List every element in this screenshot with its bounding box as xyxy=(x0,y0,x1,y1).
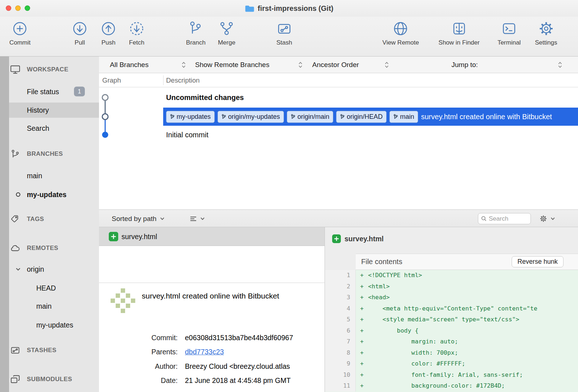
branch-badge[interactable]: my-updates xyxy=(166,111,215,123)
sidebar-section-workspace[interactable]: WORKSPACE xyxy=(0,62,99,77)
remote-origin-label: origin xyxy=(27,262,44,276)
pull-button[interactable]: Pull xyxy=(71,20,88,46)
popup-stepper-icon xyxy=(384,61,389,68)
line-number: 3 xyxy=(325,292,356,303)
date-value: 21 June 2018 at 4:45:48 pm GMT xyxy=(185,376,325,385)
diff-view: 1 + <!DOCTYPE html> 2 + <html> 3 + <head… xyxy=(325,270,578,392)
sidebar-section-branches[interactable]: BRANCHES xyxy=(0,147,99,161)
line-code: margin: auto; xyxy=(368,336,578,347)
show-in-finder-label: Show in Finder xyxy=(438,39,479,46)
view-remote-button[interactable]: View Remote xyxy=(383,20,419,46)
sidebar-section-tags[interactable]: TAGS xyxy=(0,212,99,226)
column-header-graph[interactable]: Graph xyxy=(102,73,121,87)
branch-badge-label: origin/my-updates xyxy=(228,113,280,121)
column-header-description[interactable]: Description xyxy=(166,73,200,87)
sort-by-path-dropdown[interactable]: Sorted by path xyxy=(112,210,165,228)
branches-icon xyxy=(10,149,20,159)
pull-icon xyxy=(71,20,88,37)
sidebar-remote-origin[interactable]: origin xyxy=(0,262,99,276)
line-number: 4 xyxy=(325,303,356,314)
chevron-down-icon xyxy=(160,217,165,220)
sidebar-remote-head[interactable]: HEAD xyxy=(0,281,99,295)
history-row-initial[interactable]: Initial commit xyxy=(166,126,209,144)
history-row-uncommitted[interactable]: Uncommitted changes xyxy=(166,87,244,108)
file-status-label: File status xyxy=(27,84,59,99)
push-button[interactable]: Push xyxy=(100,20,117,46)
added-line-marker: + xyxy=(356,358,368,370)
file-search-box[interactable] xyxy=(478,213,531,224)
line-number: 7 xyxy=(325,336,356,347)
sidebar-branch-main[interactable]: main xyxy=(0,168,99,183)
merge-button[interactable]: Merge xyxy=(218,20,235,46)
diff-line: 9 + color: #FFFFFF; xyxy=(325,358,578,370)
history-row-selected[interactable]: my-updates origin/my-updates origin/main xyxy=(163,108,578,126)
sidebar-item-file-status[interactable]: File status 1 xyxy=(0,84,99,99)
sort-by-path-label: Sorted by path xyxy=(112,215,157,223)
branch-icon xyxy=(291,114,295,120)
line-code: body { xyxy=(368,325,578,337)
stash-button[interactable]: Stash xyxy=(276,20,293,46)
pull-label: Pull xyxy=(75,39,85,46)
parent-commit-link[interactable]: dbd7733c23 xyxy=(185,348,224,356)
remote-branches-value: Show Remote Branches xyxy=(195,61,269,69)
added-line-marker: + xyxy=(356,270,368,281)
stashes-section-label: STASHES xyxy=(27,343,57,358)
line-code: color: #FFFFFF; xyxy=(368,358,578,370)
workspace-icon xyxy=(10,65,20,74)
details-divider xyxy=(99,283,325,283)
popup-stepper-icon xyxy=(558,61,562,68)
branch-label: Branch xyxy=(186,39,206,46)
author-label: Author: xyxy=(99,362,178,371)
submodules-section-label: SUBMODULES xyxy=(27,372,72,387)
column-divider[interactable] xyxy=(163,75,164,85)
commit-message: survey.html created online with Bitbucke… xyxy=(421,113,552,121)
sidebar-section-submodules[interactable]: SUBMODULES xyxy=(0,372,99,387)
commit-detail-title: survey.html created online with Bitbucke… xyxy=(142,292,323,300)
author-value: Breezy Cloud <breezy.cloud.atlas xyxy=(185,362,325,371)
window-title: first-impressions (Git) xyxy=(258,4,334,13)
file-list-panel: survey.html survey.html created online w… xyxy=(99,227,325,392)
view-options-dropdown[interactable] xyxy=(190,210,205,228)
submodules-icon xyxy=(10,375,20,384)
branch-badge[interactable]: origin/main xyxy=(287,111,333,123)
chevron-down-icon[interactable] xyxy=(15,267,21,272)
branch-badge[interactable]: origin/HEAD xyxy=(336,111,387,123)
merge-label: Merge xyxy=(218,39,235,46)
branch-badge-label: main xyxy=(400,113,414,121)
sidebar-section-stashes[interactable]: STASHES xyxy=(0,343,99,358)
file-list-row-selected[interactable]: survey.html xyxy=(99,227,325,246)
stash-icon xyxy=(276,20,293,37)
sidebar-item-history[interactable]: History xyxy=(0,103,99,118)
file-search-input[interactable] xyxy=(489,215,528,222)
jump-to-popup[interactable]: Jump to: xyxy=(451,57,562,73)
diff-line: 8 + width: 700px; xyxy=(325,347,578,359)
chevron-down-icon xyxy=(200,217,205,220)
branch-button[interactable]: Branch xyxy=(186,20,206,46)
terminal-button[interactable]: Terminal xyxy=(498,20,521,46)
sidebar-remote-my-updates[interactable]: my-updates xyxy=(0,318,99,332)
reverse-hunk-button[interactable]: Reverse hunk xyxy=(512,256,563,267)
line-number: 10 xyxy=(325,370,356,381)
commit-button[interactable]: Commit xyxy=(9,20,31,46)
commit-icon xyxy=(12,20,28,37)
show-in-finder-button[interactable]: Show in Finder xyxy=(438,20,479,46)
jump-to-label: Jump to: xyxy=(451,61,478,69)
branch-icon xyxy=(187,20,204,37)
sidebar-branch-my-updates[interactable]: my-updates xyxy=(0,187,99,202)
line-code: width: 700px; xyxy=(368,347,578,359)
line-code: <!DOCTYPE html> xyxy=(368,270,578,281)
diff-settings-dropdown[interactable] xyxy=(540,210,555,228)
branch-badge[interactable]: origin/my-updates xyxy=(218,111,284,123)
remote-branches-popup[interactable]: Show Remote Branches xyxy=(195,57,303,73)
sidebar-remote-main[interactable]: main xyxy=(0,299,99,313)
sidebar-section-remotes[interactable]: REMOTES xyxy=(0,241,99,255)
branch-filter-popup[interactable]: All Branches xyxy=(110,57,186,73)
branch-badge[interactable]: main xyxy=(389,111,418,123)
fetch-button[interactable]: Fetch xyxy=(128,20,145,46)
file-status-count-badge: 1 xyxy=(74,87,85,96)
remote-head-label: HEAD xyxy=(36,281,56,295)
sort-order-popup[interactable]: Ancestor Order xyxy=(312,57,389,73)
line-number: 2 xyxy=(325,281,356,292)
settings-button[interactable]: Settings xyxy=(535,20,557,46)
sidebar-item-search[interactable]: Search xyxy=(0,121,99,135)
